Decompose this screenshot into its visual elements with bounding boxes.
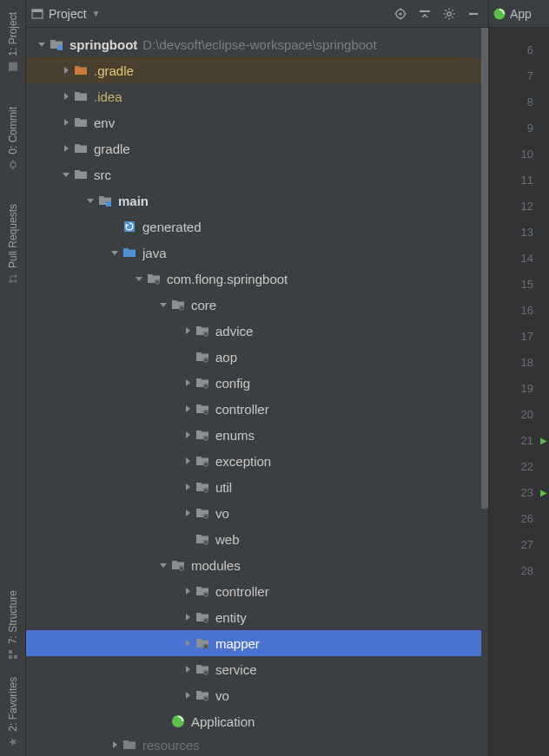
project-tree[interactable]: springbootD:\devsoft\eclipse-workspace\s… <box>26 28 488 755</box>
chevron-right-icon[interactable] <box>181 457 195 465</box>
settings-button[interactable] <box>440 4 459 23</box>
tree-row-main[interactable]: main <box>26 187 488 214</box>
tree-row-exception[interactable]: exception <box>26 448 488 474</box>
line-number[interactable]: 18 <box>489 349 549 375</box>
tree-row-vo[interactable]: vo <box>26 500 488 526</box>
line-number[interactable]: 11 <box>489 167 549 193</box>
tree-row-gradle-dot[interactable]: .gradle <box>26 57 488 83</box>
source-folder-icon <box>122 245 137 260</box>
line-number[interactable]: 16 <box>489 297 549 323</box>
chevron-right-icon[interactable] <box>181 483 195 491</box>
tool-tab-commit[interactable]: 0: Commit <box>7 98 19 179</box>
chevron-right-icon[interactable] <box>181 509 195 517</box>
tree-row-generated[interactable]: generated <box>26 214 488 240</box>
pkg-icon <box>170 557 186 573</box>
line-number[interactable]: 13 <box>489 219 549 245</box>
tool-tab-structure[interactable]: 7: Structure <box>7 582 19 668</box>
project-view-combo[interactable]: Project ▼ <box>31 7 100 21</box>
tree-row-root[interactable]: springbootD:\devsoft\eclipse-workspace\s… <box>26 31 488 57</box>
tree-row-m-service[interactable]: service <box>26 656 488 682</box>
line-number[interactable]: 8 <box>489 89 549 115</box>
svg-rect-0 <box>9 62 17 71</box>
chevron-right-icon[interactable] <box>59 118 73 127</box>
chevron-right-icon[interactable] <box>59 92 73 101</box>
tree-row-util[interactable]: util <box>26 474 488 500</box>
tree-label: generated <box>142 220 202 234</box>
chevron-right-icon[interactable] <box>59 66 73 75</box>
line-number-gutter[interactable]: 6789101112131415161718192021▶2223▶262728 <box>489 28 549 756</box>
line-number[interactable]: 27 <box>489 531 549 557</box>
line-number[interactable]: 28 <box>489 557 549 583</box>
pkg-icon <box>195 479 210 495</box>
line-number[interactable]: 14 <box>489 245 549 271</box>
tree-row-aop[interactable]: aop <box>26 344 488 370</box>
chevron-right-icon[interactable] <box>59 144 73 153</box>
tool-tab-project[interactable]: 1: Project <box>7 3 19 81</box>
tree-row-resources[interactable]: resources <box>26 734 488 755</box>
tree-scrollbar[interactable] <box>481 28 488 756</box>
tree-row-java[interactable]: java <box>26 240 488 266</box>
tree-row-controller[interactable]: controller <box>26 396 488 422</box>
line-number[interactable]: 19 <box>489 375 549 401</box>
chevron-right-icon[interactable] <box>181 326 195 335</box>
tree-row-app[interactable]: Application <box>26 708 488 734</box>
chevron-right-icon[interactable] <box>181 587 195 595</box>
tree-label: util <box>215 480 232 495</box>
tree-row-modules[interactable]: modules <box>26 552 488 578</box>
tool-tab-pull-requests[interactable]: Pull Requests <box>7 195 19 293</box>
chevron-down-icon[interactable] <box>35 40 49 49</box>
chevron-right-icon[interactable] <box>181 613 195 621</box>
hide-panel-button[interactable] <box>464 4 483 23</box>
chevron-right-icon[interactable] <box>181 691 195 700</box>
chevron-down-icon[interactable] <box>83 196 97 205</box>
tree-row-m-entity[interactable]: entity <box>26 604 488 630</box>
tree-row-enums[interactable]: enums <box>26 422 488 448</box>
svg-point-19 <box>447 11 451 15</box>
tree-row-env[interactable]: env <box>26 109 488 135</box>
tree-row-config[interactable]: config <box>26 370 488 396</box>
tree-row-src[interactable]: src <box>26 161 488 187</box>
line-number[interactable]: 26 <box>489 505 549 531</box>
chevron-down-icon[interactable] <box>132 274 146 283</box>
tree-row-idea[interactable]: .idea <box>26 83 488 109</box>
chevron-down-icon[interactable] <box>108 248 122 257</box>
scrollbar-thumb[interactable] <box>481 28 488 509</box>
tree-row-m-controller[interactable]: controller <box>26 578 488 604</box>
chevron-right-icon[interactable] <box>181 639 195 648</box>
line-number[interactable]: 6 <box>489 36 549 62</box>
line-number[interactable]: 22 <box>489 453 549 479</box>
line-number[interactable]: 10 <box>489 141 549 167</box>
tree-row-gradle[interactable]: gradle <box>26 135 488 161</box>
tree-label: config <box>215 376 250 391</box>
line-number[interactable]: 21▶ <box>489 427 549 453</box>
editor-tab-label[interactable]: App <box>510 7 532 21</box>
chevron-right-icon[interactable] <box>181 378 195 387</box>
line-number[interactable]: 15 <box>489 271 549 297</box>
tree-row-advice[interactable]: advice <box>26 318 488 344</box>
line-number[interactable]: 7 <box>489 62 549 89</box>
tree-row-m-mapper[interactable]: mapper <box>26 630 488 656</box>
chevron-right-icon[interactable] <box>181 665 195 674</box>
run-gutter-icon[interactable]: ▶ <box>540 488 547 497</box>
tree-row-pkg[interactable]: com.flong.springboot <box>26 266 488 292</box>
chevron-right-icon[interactable] <box>181 404 195 413</box>
chevron-down-icon[interactable] <box>59 170 73 179</box>
locate-in-tree-button[interactable] <box>391 4 410 23</box>
run-gutter-icon[interactable]: ▶ <box>540 436 547 445</box>
tree-row-m-vo[interactable]: vo <box>26 682 488 708</box>
tree-label: Application <box>191 714 255 729</box>
chevron-down-icon[interactable] <box>156 300 170 309</box>
left-tool-stripe: 1: Project 0: Commit Pull Requests 7: St… <box>0 0 26 756</box>
chevron-right-icon[interactable] <box>181 431 195 439</box>
line-number[interactable]: 12 <box>489 193 549 219</box>
tree-row-core[interactable]: core <box>26 292 488 318</box>
line-number[interactable]: 17 <box>489 323 549 349</box>
chevron-down-icon[interactable] <box>156 561 170 569</box>
line-number[interactable]: 23▶ <box>489 479 549 505</box>
chevron-right-icon[interactable] <box>108 740 122 749</box>
collapse-all-button[interactable] <box>415 4 434 23</box>
tree-row-web[interactable]: web <box>26 526 488 552</box>
line-number[interactable]: 9 <box>489 115 549 141</box>
line-number[interactable]: 20 <box>489 401 549 427</box>
tool-tab-favorites[interactable]: 2: Favorites <box>7 668 19 756</box>
